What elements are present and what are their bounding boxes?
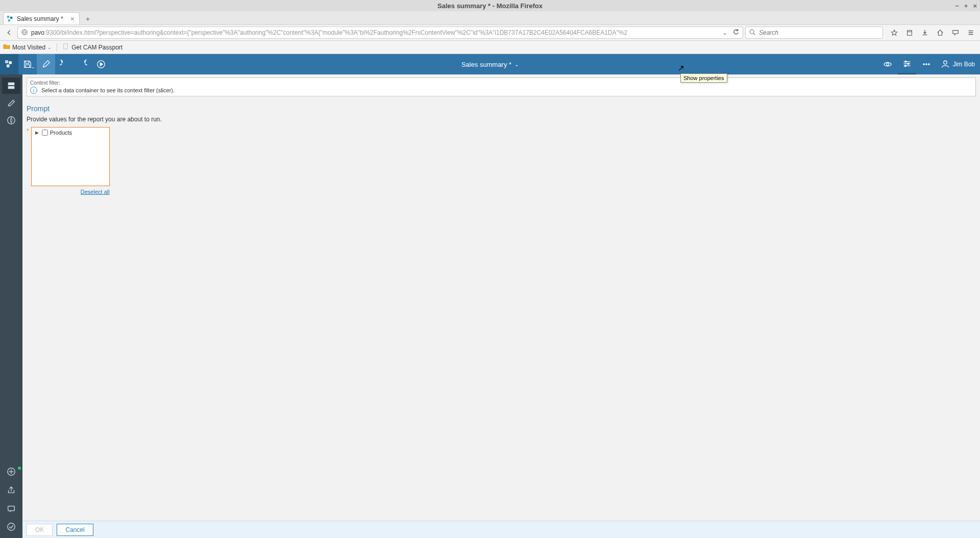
undo-button[interactable] [55, 54, 74, 74]
rail-share-button[interactable] [2, 482, 20, 498]
svg-rect-6 [908, 31, 912, 36]
rail-toolbox-button[interactable] [2, 95, 20, 111]
redo-button[interactable] [74, 54, 92, 74]
chevron-down-icon: ⌄ [47, 45, 52, 50]
svg-rect-28 [8, 86, 15, 89]
url-host: pavo [31, 29, 44, 36]
run-button[interactable] [92, 54, 110, 74]
downloads-icon[interactable] [919, 27, 931, 39]
svg-rect-33 [8, 506, 15, 511]
prompt-footer: OK Cancel [22, 521, 980, 538]
rail-add-button[interactable] [2, 464, 20, 480]
svg-point-23 [923, 64, 924, 65]
library-icon[interactable] [903, 27, 916, 39]
context-filter-bar: Context filter: i Select a data containe… [27, 78, 976, 96]
browser-menu-button[interactable] [965, 27, 977, 39]
chat-icon[interactable] [949, 27, 962, 39]
rail-validate-button[interactable] [2, 519, 20, 535]
url-bar[interactable]: pavo:9300/bi/index.html?perspective=auth… [17, 27, 743, 39]
status-dot-icon [18, 467, 21, 470]
save-button[interactable]: ⌄ [18, 54, 37, 74]
rail-messages-button[interactable] [2, 500, 20, 517]
svg-rect-2 [8, 19, 10, 21]
svg-point-24 [925, 64, 927, 65]
search-input[interactable] [759, 29, 879, 36]
bookmark-label: Most Visited [12, 44, 45, 51]
tree-item-products[interactable]: ▶ Products [35, 130, 106, 136]
window-minimize-button[interactable]: − [955, 2, 959, 10]
tab-favicon-icon [7, 15, 14, 22]
bookmark-most-visited[interactable]: Most Visited ⌄ [3, 43, 52, 52]
tree-expand-icon[interactable]: ▶ [35, 130, 40, 135]
report-title: Sales summary * [461, 61, 511, 68]
svg-point-22 [904, 65, 906, 66]
tab-close-icon[interactable]: × [70, 15, 75, 23]
svg-rect-13 [9, 62, 12, 64]
svg-rect-0 [7, 15, 9, 17]
user-menu[interactable]: Jim Bob [941, 59, 975, 70]
new-tab-button[interactable]: + [82, 13, 94, 24]
svg-point-25 [928, 64, 929, 65]
bookmarks-toolbar: Most Visited ⌄ Get CAM Passport [0, 41, 980, 54]
info-icon: i [30, 87, 37, 94]
user-name: Jim Bob [953, 61, 975, 68]
prompt-tree[interactable]: ▶ Products [31, 127, 110, 186]
home-icon[interactable] [934, 27, 946, 39]
prompt-description: Provide values for the report you are ab… [27, 116, 976, 123]
browser-tab[interactable]: Sales summary * × [3, 12, 80, 24]
svg-line-5 [753, 33, 755, 35]
edit-mode-button[interactable] [37, 54, 55, 74]
svg-point-20 [907, 63, 909, 64]
svg-point-16 [886, 63, 889, 66]
rail-data-button[interactable] [2, 78, 20, 94]
url-history-dropdown-icon[interactable]: ⌄ [722, 29, 727, 36]
browser-navbar: pavo:9300/bi/index.html?perspective=auth… [0, 24, 980, 41]
bookmark-star-icon[interactable] [888, 27, 900, 39]
svg-point-34 [8, 523, 15, 530]
svg-rect-27 [8, 83, 15, 85]
tooltip: Show properties [680, 73, 727, 83]
nav-back-button[interactable] [3, 27, 15, 39]
page-icon [62, 43, 69, 52]
search-icon [749, 29, 756, 37]
deselect-all-link[interactable]: Deselect all [81, 189, 110, 195]
browser-tabbar: Sales summary * × + [0, 11, 980, 24]
svg-point-18 [905, 61, 906, 62]
preview-button[interactable] [878, 54, 897, 74]
tab-title: Sales summary * [17, 15, 63, 22]
tree-item-label: Products [50, 130, 72, 136]
avatar-icon [941, 59, 950, 70]
app-toolbar: ⌄ Sales summary * ⌄ Jim Bob [0, 54, 980, 74]
required-indicator-icon: * [27, 127, 29, 134]
svg-point-26 [943, 61, 947, 64]
svg-rect-1 [10, 16, 12, 18]
svg-rect-11 [64, 44, 68, 49]
app-switcher-button[interactable] [0, 54, 18, 74]
window-close-button[interactable]: × [973, 2, 977, 10]
window-titlebar: Sales summary * - Mozilla Firefox − + × [0, 0, 980, 11]
separator [57, 43, 57, 52]
window-maximize-button[interactable]: + [964, 2, 968, 10]
left-rail [0, 74, 22, 538]
ok-button[interactable]: OK [27, 524, 53, 536]
svg-point-4 [750, 30, 754, 34]
more-button[interactable] [917, 54, 936, 74]
chevron-down-icon: ⌄ [31, 64, 35, 69]
search-bar[interactable] [745, 27, 883, 39]
tree-checkbox[interactable] [42, 130, 48, 136]
reload-button[interactable] [732, 29, 740, 37]
folder-icon [3, 43, 10, 52]
tooltip-text: Show properties [683, 75, 724, 81]
context-filter-label: Context filter: [30, 80, 972, 86]
rail-navigate-button[interactable] [2, 112, 20, 129]
bookmark-label: Get CAM Passport [71, 44, 122, 51]
svg-rect-14 [7, 65, 10, 67]
url-path: :9300/bi/index.html?perspective=authorin… [44, 29, 627, 36]
show-properties-button[interactable] [898, 54, 916, 74]
identity-icon [21, 29, 28, 37]
svg-rect-12 [6, 61, 8, 63]
bookmark-get-cam-passport[interactable]: Get CAM Passport [62, 43, 122, 52]
cancel-button[interactable]: Cancel [57, 524, 93, 536]
report-title-dropdown[interactable]: Sales summary * ⌄ [461, 61, 519, 68]
window-title: Sales summary * - Mozilla Firefox [437, 2, 543, 10]
